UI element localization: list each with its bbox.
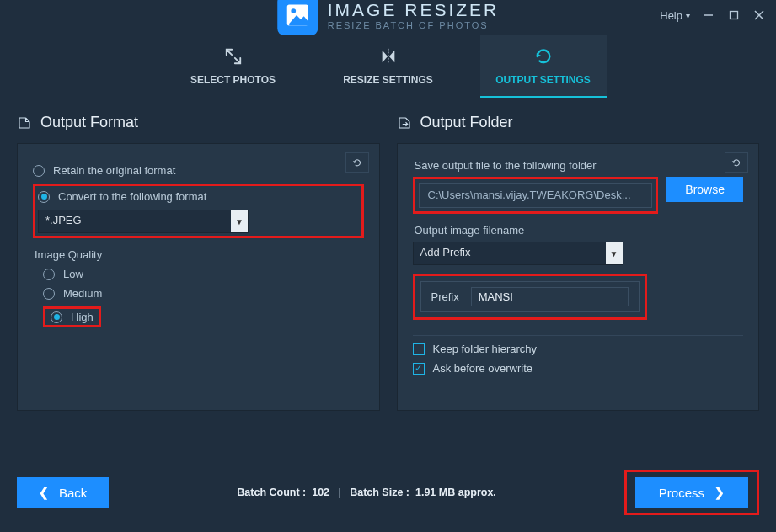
chevron-down-icon: ▼: [606, 242, 623, 264]
ask-overwrite-checkbox[interactable]: Ask before overwrite: [413, 362, 744, 375]
browse-button[interactable]: Browse: [666, 177, 743, 202]
keep-hierarchy-checkbox[interactable]: Keep folder hierarchy: [413, 343, 744, 355]
mirror-icon: [379, 47, 398, 66]
chevron-down-icon: ▼: [231, 210, 248, 232]
quality-medium-radio[interactable]: Medium: [43, 287, 364, 300]
expand-arrows-icon: [224, 47, 243, 66]
radio-label: Medium: [63, 287, 102, 300]
chevron-left-icon: ❮: [39, 486, 49, 499]
batch-stats: Batch Count : 102 | Batch Size : 1.91 MB…: [109, 487, 623, 498]
button-label: Back: [59, 486, 87, 500]
undo-icon: [731, 157, 742, 168]
filename-label: Output image filename: [415, 224, 744, 237]
output-path-input[interactable]: C:\Users\mansi.vijay.TWEAKORG\Desk...: [419, 183, 653, 208]
app-subtitle: RESIZE BATCH OF PHOTOS: [328, 20, 500, 30]
format-dropdown[interactable]: *.JPEG ▼: [38, 210, 249, 233]
checkbox-label: Keep folder hierarchy: [433, 343, 538, 355]
svg-rect-3: [731, 12, 738, 19]
app-logo: [277, 0, 318, 35]
button-label: Process: [659, 486, 704, 500]
undo-icon: [351, 157, 363, 168]
image-quality-label: Image Quality: [35, 248, 364, 261]
chevron-down-icon: ▾: [686, 11, 690, 20]
quality-high-radio[interactable]: High: [51, 311, 94, 323]
quality-low-radio[interactable]: Low: [43, 268, 364, 280]
help-label: Help: [660, 9, 682, 22]
tab-label: RESIZE SETTINGS: [343, 74, 433, 86]
minimize-button[interactable]: [702, 8, 715, 22]
app-title: IMAGE RESIZER: [328, 0, 500, 20]
prefix-input[interactable]: MANSI: [471, 287, 629, 306]
svg-point-1: [291, 8, 296, 13]
radio-label: Convert to the following format: [58, 190, 206, 203]
help-menu[interactable]: Help ▾: [660, 9, 690, 22]
filename-mode-dropdown[interactable]: Add Prefix ▼: [413, 242, 623, 265]
tab-resize-settings[interactable]: RESIZE SETTINGS: [325, 35, 452, 98]
radio-label: Retain the original format: [53, 164, 175, 177]
back-button[interactable]: ❮ Back: [17, 477, 109, 508]
tab-select-photos[interactable]: SELECT PHOTOS: [170, 35, 297, 98]
maximize-button[interactable]: [727, 8, 741, 22]
tab-label: SELECT PHOTOS: [190, 74, 276, 86]
reset-folder-button[interactable]: [725, 152, 748, 173]
convert-format-radio[interactable]: Convert to the following format: [38, 190, 359, 203]
output-format-header: Output Format: [17, 114, 380, 131]
dropdown-value: Add Prefix: [414, 242, 606, 264]
radio-label: Low: [63, 268, 83, 280]
radio-label: High: [71, 311, 94, 323]
chevron-right-icon: ❯: [714, 486, 725, 499]
close-button[interactable]: [752, 8, 766, 22]
process-button[interactable]: Process ❯: [635, 477, 748, 508]
tab-label: OUTPUT SETTINGS: [495, 74, 591, 86]
folder-export-icon: [397, 115, 412, 130]
reset-format-button[interactable]: [345, 152, 369, 173]
refresh-icon: [534, 47, 553, 66]
save-folder-label: Save output file to the following folder: [415, 159, 744, 172]
tab-output-settings[interactable]: OUTPUT SETTINGS: [480, 35, 607, 98]
dropdown-value: *.JPEG: [39, 210, 231, 232]
export-icon: [17, 115, 32, 130]
output-folder-header: Output Folder: [397, 114, 760, 131]
retain-format-radio[interactable]: Retain the original format: [33, 164, 364, 177]
checkbox-label: Ask before overwrite: [433, 362, 533, 375]
prefix-label: Prefix: [431, 290, 459, 303]
